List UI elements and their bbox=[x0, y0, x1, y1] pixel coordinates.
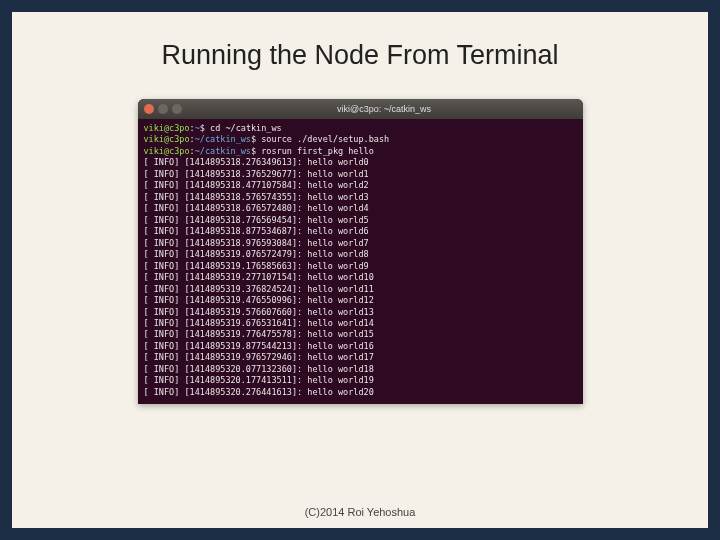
terminal-log-line: [ INFO] [1414895318.576574355]: hello wo… bbox=[144, 192, 577, 203]
terminal-titlebar[interactable]: viki@c3po: ~/catkin_ws bbox=[138, 99, 583, 119]
prompt-command: source ./devel/setup.bash bbox=[261, 134, 389, 144]
terminal-log-line: [ INFO] [1414895319.676531641]: hello wo… bbox=[144, 318, 577, 329]
close-icon[interactable] bbox=[144, 104, 154, 114]
terminal-log-line: [ INFO] [1414895319.277107154]: hello wo… bbox=[144, 272, 577, 283]
slide-footer: (C)2014 Roi Yehoshua bbox=[12, 506, 708, 518]
terminal-log-line: [ INFO] [1414895319.076572479]: hello wo… bbox=[144, 249, 577, 260]
terminal-title-text: viki@c3po: ~/catkin_ws bbox=[192, 104, 577, 114]
terminal-body[interactable]: viki@c3po:~$ cd ~/catkin_wsviki@c3po:~/c… bbox=[138, 119, 583, 404]
terminal-log-line: [ INFO] [1414895319.376824524]: hello wo… bbox=[144, 284, 577, 295]
slide: Running the Node From Terminal viki@c3po… bbox=[12, 12, 708, 528]
terminal-log-line: [ INFO] [1414895320.177413511]: hello wo… bbox=[144, 375, 577, 386]
terminal-log-line: [ INFO] [1414895318.676572480]: hello wo… bbox=[144, 203, 577, 214]
terminal-log-line: [ INFO] [1414895318.276349613]: hello wo… bbox=[144, 157, 577, 168]
terminal-window: viki@c3po: ~/catkin_ws viki@c3po:~$ cd ~… bbox=[138, 99, 583, 404]
maximize-icon[interactable] bbox=[172, 104, 182, 114]
slide-title: Running the Node From Terminal bbox=[12, 40, 708, 71]
terminal-log-line: [ INFO] [1414895319.976572946]: hello wo… bbox=[144, 352, 577, 363]
terminal-log-line: [ INFO] [1414895319.776475578]: hello wo… bbox=[144, 329, 577, 340]
terminal-log-line: [ INFO] [1414895318.376529677]: hello wo… bbox=[144, 169, 577, 180]
prompt-command: rosrun first_pkg hello bbox=[261, 146, 374, 156]
terminal-log-line: [ INFO] [1414895319.176585663]: hello wo… bbox=[144, 261, 577, 272]
terminal-log-line: [ INFO] [1414895319.476550996]: hello wo… bbox=[144, 295, 577, 306]
prompt-user: viki@c3po bbox=[144, 123, 190, 133]
terminal-log-line: [ INFO] [1414895319.576607660]: hello wo… bbox=[144, 307, 577, 318]
prompt-path: ~/catkin_ws bbox=[195, 146, 251, 156]
prompt-user: viki@c3po bbox=[144, 134, 190, 144]
terminal-prompt-line: viki@c3po:~/catkin_ws$ rosrun first_pkg … bbox=[144, 146, 577, 157]
terminal-log-line: [ INFO] [1414895320.276441613]: hello wo… bbox=[144, 387, 577, 398]
prompt-path: ~/catkin_ws bbox=[195, 134, 251, 144]
terminal-log-line: [ INFO] [1414895318.976593084]: hello wo… bbox=[144, 238, 577, 249]
terminal-log-line: [ INFO] [1414895318.776569454]: hello wo… bbox=[144, 215, 577, 226]
terminal-log-line: [ INFO] [1414895320.077132360]: hello wo… bbox=[144, 364, 577, 375]
terminal-log-line: [ INFO] [1414895319.877544213]: hello wo… bbox=[144, 341, 577, 352]
terminal-log-line: [ INFO] [1414895318.477107584]: hello wo… bbox=[144, 180, 577, 191]
terminal-prompt-line: viki@c3po:~$ cd ~/catkin_ws bbox=[144, 123, 577, 134]
prompt-user: viki@c3po bbox=[144, 146, 190, 156]
prompt-command: cd ~/catkin_ws bbox=[210, 123, 282, 133]
terminal-log-line: [ INFO] [1414895318.877534687]: hello wo… bbox=[144, 226, 577, 237]
terminal-prompt-line: viki@c3po:~/catkin_ws$ source ./devel/se… bbox=[144, 134, 577, 145]
minimize-icon[interactable] bbox=[158, 104, 168, 114]
